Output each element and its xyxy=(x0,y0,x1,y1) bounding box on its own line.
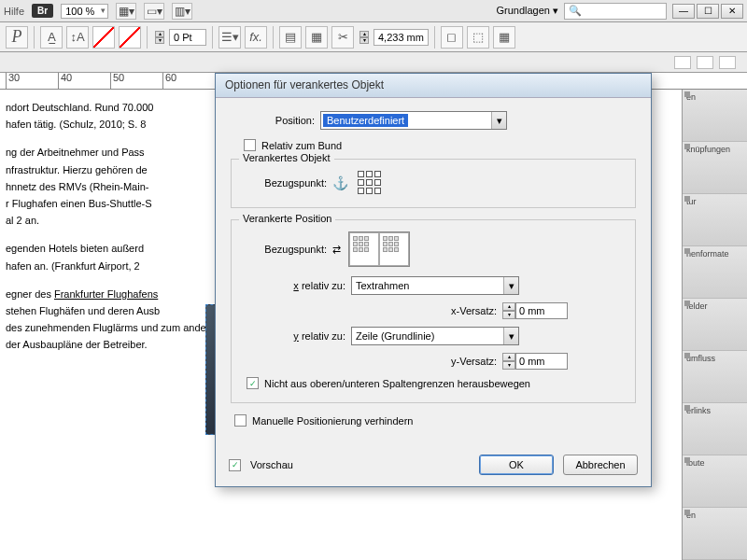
panel-dock: enknüpfungenturhenformatefelderumflusser… xyxy=(682,90,747,560)
panel-tab[interactable]: knüpfungen xyxy=(683,142,747,194)
stroke-weight-field[interactable]: 0 Pt xyxy=(169,29,206,46)
dropdown-arrow-icon[interactable]: ▾ xyxy=(503,277,518,294)
workspace-label: Grundlagen xyxy=(496,5,550,16)
dropdown-arrow-icon[interactable]: ▾ xyxy=(491,112,506,129)
workspace-switcher[interactable]: Grundlagen ▾ xyxy=(496,5,558,17)
text-run: hafen tätig. (Schulz, 2010; S. 8 xyxy=(6,119,146,130)
x-offset-input[interactable] xyxy=(515,302,568,319)
panel-tab[interactable]: tur xyxy=(683,194,747,246)
keep-within-checkbox[interactable]: ✓ xyxy=(247,377,259,389)
y-offset-field[interactable]: ▴▾ xyxy=(502,353,568,370)
flip-icon[interactable]: ⇄ xyxy=(332,244,341,256)
panel-tab[interactable]: felder xyxy=(683,299,747,351)
relative-spine-label: Relativ zum Bund xyxy=(261,140,342,151)
app-topbar: Hilfe Br 100 % ▦▾ ▭▾ ▥▾ Grundlagen ▾ 🔍 —… xyxy=(0,0,747,22)
panel-tab[interactable]: en xyxy=(683,508,747,560)
x-relative-value: Textrahmen xyxy=(356,280,409,291)
help-link[interactable]: Hilfe xyxy=(4,6,24,17)
x-relative-select[interactable]: Textrahmen ▾ xyxy=(351,276,519,295)
zoom-combo[interactable]: 100 % xyxy=(61,4,108,19)
opt2-a[interactable] xyxy=(674,56,691,69)
text-run: ng der Arbeitnehmer und Pass xyxy=(6,147,145,158)
text-run: hnnetz des RMVs (Rhein-Main- xyxy=(6,181,148,192)
text-run: egner des xyxy=(6,288,54,300)
close-button[interactable]: ✕ xyxy=(721,4,743,19)
x-relative-label: x x relativ zu:relativ zu: xyxy=(243,280,345,291)
ruler-tick: 40 xyxy=(58,73,72,90)
view-options-icon[interactable]: ▦▾ xyxy=(116,3,136,20)
dialog-titlebar[interactable]: Optionen für verankertes Objekt xyxy=(216,74,651,98)
align-panel-icon[interactable]: ☰▾ xyxy=(218,26,241,49)
text-run: r Flughafen einen Bus-Shuttle-S xyxy=(6,198,152,209)
page-refpoint-proxy[interactable] xyxy=(348,231,410,267)
corner-opts-icon[interactable]: ◻ xyxy=(441,26,463,49)
arrange-icon[interactable]: ▥▾ xyxy=(172,3,192,20)
text-run: ndort Deutschland. Rund 70.000 xyxy=(6,102,153,113)
y-offset-input[interactable] xyxy=(515,353,568,370)
text-frame-icon[interactable]: ⬚ xyxy=(467,26,489,49)
keep-within-label: Nicht aus oberen/unteren Spaltengrenzen … xyxy=(264,378,530,389)
screen-mode-icon[interactable]: ▭▾ xyxy=(144,3,164,20)
search-input[interactable]: 🔍 xyxy=(564,3,667,20)
position-select[interactable]: Benutzerdefiniert ▾ xyxy=(320,111,507,130)
fx-icon[interactable]: fx. xyxy=(245,26,267,49)
fill-swatch[interactable] xyxy=(92,26,115,49)
anchor-icon: ⚓ xyxy=(332,175,348,190)
anchored-object-group: Verankertes Objekt Bezugspunkt: ⚓ ⬉ xyxy=(231,159,636,208)
control-panel-row2 xyxy=(0,52,747,73)
grid-icon[interactable]: ▦ xyxy=(493,26,515,49)
anchored-object-options-dialog: Optionen für verankertes Objekt Position… xyxy=(215,73,652,487)
refpoint-proxy[interactable] xyxy=(358,171,381,194)
panel-tab[interactable]: umfluss xyxy=(683,351,747,403)
frame-width-value: 4,233 mm xyxy=(378,32,424,43)
anchored-object-legend: Verankertes Objekt xyxy=(239,152,334,163)
para-icon[interactable]: P xyxy=(6,26,28,49)
y-relative-label: y relativ zu: xyxy=(243,330,345,342)
y-relative-value: Zeile (Grundlinie) xyxy=(356,330,434,342)
step-up-icon[interactable]: ▴ xyxy=(502,302,515,311)
text-run: al 2 an. xyxy=(6,215,39,226)
hyperlink-text: Frankfurter Flughafens xyxy=(54,288,158,300)
step-up-icon[interactable]: ▴ xyxy=(502,353,515,361)
stroke-swatch[interactable] xyxy=(119,26,141,49)
ok-button[interactable]: OK xyxy=(479,455,554,475)
text-run: stehen Flughäfen und deren Ausb xyxy=(6,305,160,316)
opt2-c[interactable] xyxy=(719,56,736,69)
dropdown-arrow-icon[interactable]: ▾ xyxy=(503,328,518,344)
prevent-manual-checkbox[interactable] xyxy=(234,414,247,427)
step-down-icon[interactable]: ▾ xyxy=(502,361,515,370)
opt2-b[interactable] xyxy=(697,56,713,69)
step-down-icon[interactable]: ▾ xyxy=(502,311,515,319)
y-relative-select[interactable]: Zeile (Grundlinie) ▾ xyxy=(351,327,519,345)
frame-width-field[interactable]: 4,233 mm xyxy=(374,29,429,46)
kerning-icon[interactable]: ↕A xyxy=(66,26,89,49)
stroke-weight-value: 0 Pt xyxy=(174,32,192,43)
bridge-badge[interactable]: Br xyxy=(32,4,53,18)
maximize-button[interactable]: ☐ xyxy=(697,4,719,19)
x-offset-field[interactable]: ▴▾ xyxy=(502,302,568,319)
minimize-button[interactable]: — xyxy=(672,4,695,19)
zoom-value: 100 % xyxy=(65,6,94,17)
panel-tab[interactable]: ibute xyxy=(683,455,747,508)
ruler-tick: 30 xyxy=(6,73,20,90)
wrap-bbox-icon[interactable]: ▦ xyxy=(305,26,328,49)
panel-tab[interactable]: erlinks xyxy=(683,403,747,455)
text-run: nfrastruktur. Hierzu gehören de xyxy=(6,164,148,175)
x-offset-label: x-Versatz: xyxy=(451,305,497,316)
preview-checkbox[interactable]: ✓ xyxy=(229,459,241,471)
position-label: Position: xyxy=(231,115,315,126)
ruler-tick: 60 xyxy=(162,73,176,90)
refpoint-label: Bezugspunkt: xyxy=(243,177,327,189)
prevent-manual-label: Manuelle Positionierung verhindern xyxy=(252,415,413,427)
char-format-icon[interactable]: A̲ xyxy=(40,26,63,49)
text-run: egenden Hotels bieten außerd xyxy=(6,243,144,254)
refpoint2-label: Bezugspunkt: xyxy=(243,244,327,255)
panel-tab[interactable]: henformate xyxy=(683,246,747,299)
panel-tab[interactable]: en xyxy=(683,90,747,142)
wrap-none-icon[interactable]: ▤ xyxy=(279,26,302,49)
cancel-button[interactable]: Abbrechen xyxy=(563,455,638,475)
control-panel: P A̲ ↕A ▴▾ 0 Pt ☰▾ fx. ▤ ▦ ✂ ▴▾ 4,233 mm… xyxy=(0,22,747,52)
crop-icon[interactable]: ✂ xyxy=(331,26,354,49)
text-run: hafen an. (Frankfurt Airport, 2 xyxy=(6,260,140,272)
relative-spine-checkbox[interactable] xyxy=(244,139,256,151)
